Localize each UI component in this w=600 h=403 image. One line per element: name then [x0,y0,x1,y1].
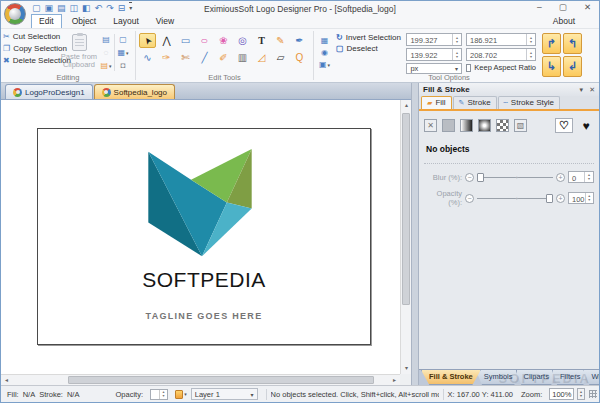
copy-selection-button[interactable]: ❐ Copy Selection [3,44,60,53]
spinner-arrows-icon[interactable]: ▴▾ [585,193,593,203]
opacity-decrease-icon[interactable]: − [465,194,474,203]
spinner-arrows-icon[interactable]: ▴▾ [526,34,535,45]
shape-tool-button[interactable]: ❀ [215,33,232,48]
maximize-button[interactable]: ▢ [559,2,567,12]
corner-top-left-button[interactable]: ↱ [542,33,561,54]
opacity-slider[interactable] [477,198,553,199]
eyedropper-tool-button[interactable]: ╱ [196,50,213,65]
node-editor-tool-button[interactable]: ⋀ [158,33,175,48]
spinner-arrows-icon[interactable]: ▴▾ [452,34,461,45]
perspective-tool-button[interactable]: ▱ [272,50,289,65]
curve-tool-button[interactable]: ∿ [139,50,156,65]
zoom-tool-button[interactable]: Q [291,50,308,65]
tab-view[interactable]: View [149,15,181,28]
deselect-button[interactable]: ▢ Deselect [336,44,402,53]
opacity-status-spinbox[interactable]: ▴▾ [150,389,168,400]
eraser-tool-button[interactable]: ✄ [177,50,194,65]
spinner-arrows-icon[interactable]: ▴▾ [452,49,461,60]
fill-none-button[interactable]: ✕ [424,119,437,132]
tab-stroke[interactable]: ✎ Stroke [453,96,497,109]
blur-spinbox[interactable]: 0 ▴▾ [568,171,594,183]
text-tool-button[interactable]: T [253,33,270,48]
insert-page-button[interactable]: ▢ [117,34,130,45]
select-same-button[interactable]: ▦ [318,35,331,45]
scroll-right-icon[interactable]: ▸ [389,375,400,385]
paste-special-button[interactable]: ▤▾ [100,60,113,71]
vertical-scroll-thumb[interactable] [402,113,410,305]
vertical-scrollbar[interactable]: ▴ ▾ [400,100,411,374]
opacity-spinbox[interactable]: 100 ▴▾ [568,192,594,204]
screen-capture-button[interactable]: ◘ [117,60,130,71]
corner-top-right-button[interactable]: ↰ [563,33,582,54]
ruler-tool-button[interactable]: ◿ [253,50,270,65]
logo-title-text[interactable]: SOFTPEDIA [38,268,370,292]
zoom-input[interactable]: 100% [549,388,574,400]
panel-close-icon[interactable]: ✕ [589,86,595,94]
bottom-tab-filters[interactable]: Filters [552,370,588,385]
cut-selection-button[interactable]: ✂ Cut Selection [3,32,60,41]
resize-grip[interactable] [589,390,597,398]
blur-slider[interactable] [477,177,553,178]
minimize-button[interactable]: – [537,2,542,12]
selection-mode-button[interactable]: ▣▾ [318,60,331,70]
freehand-tool-button[interactable]: ✎ [272,33,289,48]
spinner-arrows-icon[interactable]: ▴▾ [584,172,593,182]
spiral-tool-button[interactable]: ◎ [234,33,251,48]
opacity-increase-icon[interactable]: + [556,194,565,203]
scroll-down-icon[interactable]: ▾ [401,363,411,374]
keep-aspect-ratio-checkbox[interactable]: Keep Aspect Ratio [466,63,536,72]
select-tool-button[interactable]: ➤ [139,33,156,48]
tab-about[interactable]: About [553,16,575,26]
close-button[interactable]: ✕ [584,2,591,12]
heart-filled-icon[interactable]: ♥ [578,119,594,133]
tab-edit[interactable]: Edit [31,14,62,29]
doc-tab-logoprodesign1[interactable]: LogoProDesign1 [5,84,93,99]
horizontal-scroll-thumb[interactable] [68,376,374,384]
gradient-tool-button[interactable]: ▥ [234,50,251,65]
panel-menu-icon[interactable]: ▾ [580,86,584,94]
design-page[interactable]: SOFTPEDIA TAGLINE GOES HERE [37,128,371,345]
pos-y-spinbox[interactable]: 208.702 ▴▾ [466,48,536,61]
tab-fill[interactable]: ▰ Fill [421,96,452,109]
scroll-left-icon[interactable]: ◂ [1,375,12,385]
fill-solid-button[interactable] [442,119,455,132]
scroll-up-icon[interactable]: ▴ [401,100,411,111]
logo-tagline-text[interactable]: TAGLINE GOES HERE [38,311,370,321]
tab-object[interactable]: Object [65,15,104,28]
tab-stroke-style[interactable]: ┄ Stroke Style [498,96,560,109]
bottom-tab-symbols[interactable]: Symbols [476,370,521,385]
bottom-tab-cliparts[interactable]: Cliparts [516,370,557,385]
fill-color-icon[interactable] [175,390,183,399]
heart-outline-shape-button[interactable]: ♡ [555,118,573,133]
doc-tab-softpedia-logo[interactable]: Softpedia_logo [94,84,175,99]
marker-tool-button[interactable]: ✐ [215,50,232,65]
blur-decrease-icon[interactable]: − [465,173,474,182]
fill-pattern-button[interactable] [496,119,509,132]
rectangle-tool-button[interactable]: ▭ [177,33,194,48]
opacity-slider-thumb[interactable] [546,194,553,203]
duplicate-button[interactable]: ◌ [100,47,113,58]
zoom-spinner[interactable]: ▴▾ [577,388,585,400]
brush-tool-button[interactable]: ✑ [158,50,175,65]
layer-dropdown[interactable]: Layer 1 ▾ [191,388,258,400]
chevron-down-icon[interactable]: ▾ [184,391,187,397]
fill-texture-button[interactable]: ▧ [514,119,527,132]
ellipse-tool-button[interactable]: ○ [196,33,213,48]
spinner-arrows-icon[interactable]: ▴▾ [526,49,535,60]
paste-from-clipboard-button[interactable]: Paste from Clipboard [60,32,98,73]
fill-radial-gradient-button[interactable] [478,119,491,132]
bottom-tab-widgets[interactable]: Widgets [583,370,600,385]
height-spinbox[interactable]: 139.922 ▴▾ [406,48,462,61]
bottom-tab-fill-stroke[interactable]: Fill & Stroke [421,370,481,385]
width-spinbox[interactable]: 199.327 ▴▾ [406,33,462,46]
tab-layout[interactable]: Layout [106,15,146,28]
invert-selection-button[interactable]: ↻ Invert Selection [336,33,402,42]
fill-linear-gradient-button[interactable] [460,119,473,132]
pos-x-spinbox[interactable]: 186.921 ▴▾ [466,33,536,46]
insert-image-button[interactable]: ▦▾ [117,47,130,58]
horizontal-scrollbar[interactable]: ◂ ▸ [1,374,400,385]
delete-selection-button[interactable]: ✖ Delete Selection [3,56,60,65]
pen-tool-button[interactable]: ✒ [291,33,308,48]
blur-slider-thumb[interactable] [477,173,484,182]
panel-splitter[interactable] [411,83,419,385]
